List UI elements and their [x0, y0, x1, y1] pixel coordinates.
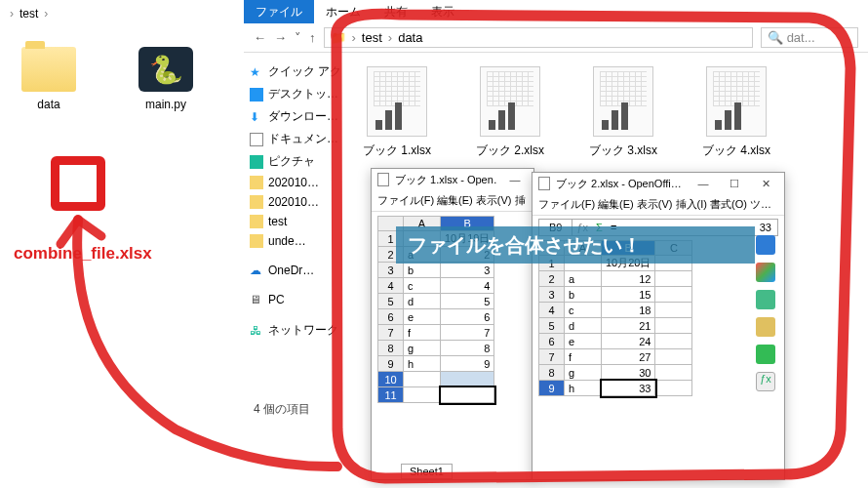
file-label: data [37, 98, 59, 111]
chevron-icon: › [44, 7, 48, 20]
tool-icon[interactable] [756, 345, 775, 364]
xlsx-file[interactable]: ブック 4.xlsx [693, 66, 779, 159]
document-icon [377, 173, 389, 186]
folder-icon [250, 176, 263, 189]
nav-bar: ← → ˅ ↑ 📁 › test › data 🔍 dat... [244, 23, 868, 53]
annotation-banner: ファイルを合体させたい！ [396, 226, 755, 264]
xlsx-icon [706, 66, 767, 137]
ribbon: ファイル ホーム 共有 表示 [244, 0, 868, 23]
sidebar-item[interactable]: ⬇ダウンロー… [250, 105, 340, 128]
cloud-icon: ☁ [250, 264, 263, 277]
sidebar-onedrive[interactable]: ☁OneDr… [250, 261, 340, 280]
sidebar-item[interactable]: test [250, 212, 340, 231]
sidebar-network[interactable]: 🖧ネットワーク [250, 319, 340, 342]
title-bar[interactable]: ブック 1.xlsx - Open… — [372, 169, 533, 190]
xlsx-file[interactable]: ブック 3.xlsx [580, 66, 666, 159]
spreadsheet-window-1: ブック 1.xlsx - Open… — ファイル(F) 編集(E) 表示(V)… [371, 168, 534, 480]
search-input[interactable]: 🔍 dat... [761, 27, 858, 48]
crumb-item[interactable]: test [20, 7, 38, 20]
ribbon-tab-view[interactable]: 表示 [419, 0, 466, 23]
sidebar: ★クイック アクセ… デスクトッ… ⬇ダウンロー… ドキュメン… ピクチャ 20… [244, 53, 346, 488]
desktop-icon [250, 88, 263, 102]
ribbon-tab-share[interactable]: 共有 [373, 0, 419, 23]
folder-item[interactable]: data [10, 47, 88, 111]
title-bar[interactable]: ブック 2.xlsx - OpenOffi… — ☐ ✕ [533, 173, 784, 194]
pc-icon: 🖥 [250, 293, 263, 306]
sidebar-item[interactable]: ピクチャ [250, 150, 340, 173]
ribbon-tab-file[interactable]: ファイル [244, 0, 314, 23]
search-icon: 🔍 [768, 30, 783, 45]
sidebar-pc[interactable]: 🖥PC [250, 290, 340, 309]
up-button[interactable]: ↑ [309, 30, 316, 45]
history-button[interactable]: ˅ [295, 30, 301, 45]
window-title: ブック 2.xlsx - OpenOffi… [556, 177, 685, 191]
file-grid: data 🐍 main.py [0, 27, 244, 131]
file-label: ブック 2.xlsx [476, 143, 544, 157]
minimize-button[interactable]: — [690, 178, 716, 189]
status-bar: 4 個の項目 [244, 397, 320, 422]
spreadsheet-window-2: ブック 2.xlsx - OpenOffi… — ☐ ✕ ファイル(F) 編集(… [532, 172, 785, 480]
folder-icon [21, 47, 76, 92]
close-button[interactable]: ✕ [753, 178, 778, 190]
path-seg[interactable]: data [398, 30, 422, 45]
sidebar-item[interactable]: デスクトッ… [250, 83, 340, 105]
file-label: ブック 4.xlsx [702, 143, 770, 157]
xlsx-icon [480, 66, 540, 137]
tool-icon[interactable] [756, 317, 775, 337]
sidebar-item[interactable]: unde… [250, 231, 340, 251]
sheet-tab[interactable]: Sheet1 [401, 464, 453, 479]
python-icon: 🐍 [138, 47, 193, 92]
file-label: ブック 1.xlsx [363, 143, 431, 157]
sidebar-item[interactable]: 202010… [250, 192, 340, 212]
menu-bar[interactable]: ファイル(F) 編集(E) 表示(V) 挿入(I) 書式(O) ツ… [533, 194, 784, 216]
sidebar-quick-access[interactable]: ★クイック アクセ… [250, 61, 340, 83]
annotation-label: combine_file.xlsx [14, 244, 152, 264]
sheet-tabs[interactable]: Sheet1 [401, 466, 453, 477]
chevron-icon: › [10, 7, 14, 20]
spreadsheet-grid[interactable]: ABC 110月20日 2a12 3b15 4c18 5d21 6e24 7f2… [538, 240, 692, 396]
ribbon-tab-home[interactable]: ホーム [314, 0, 373, 23]
network-icon: 🖧 [250, 324, 263, 338]
sidebar-item[interactable]: 202010… [250, 173, 340, 192]
xlsx-file[interactable]: ブック 2.xlsx [467, 66, 553, 159]
xlsx-icon [367, 66, 427, 137]
tool-icon[interactable] [756, 235, 775, 255]
back-button[interactable]: ← [254, 30, 266, 45]
document-icon [538, 177, 550, 190]
xlsx-file[interactable]: ブック 1.xlsx [354, 66, 440, 159]
python-file-item[interactable]: 🐍 main.py [127, 47, 205, 111]
maximize-button[interactable]: ☐ [722, 178, 747, 190]
folder-icon: 📁 [331, 30, 346, 45]
breadcrumb[interactable]: › test › [0, 0, 244, 27]
menu-bar[interactable]: ファイル(F) 編集(E) 表示(V) 挿 [372, 190, 533, 212]
document-icon [250, 133, 263, 146]
file-label: main.py [145, 98, 186, 111]
folder-icon [250, 234, 263, 248]
xlsx-icon [593, 66, 653, 137]
star-icon: ★ [250, 65, 263, 79]
tool-icon[interactable] [756, 290, 775, 309]
pictures-icon [250, 155, 263, 169]
folder-icon [250, 215, 263, 228]
annotation-box [51, 156, 105, 211]
fx-tool-icon[interactable]: ƒx [756, 372, 775, 391]
window-title: ブック 1.xlsx - Open… [395, 173, 496, 187]
download-icon: ⬇ [250, 110, 263, 124]
file-label: ブック 3.xlsx [589, 143, 657, 157]
folder-icon [250, 195, 263, 209]
sidebar-item[interactable]: ドキュメン… [250, 128, 340, 150]
side-toolbar: ƒx [753, 235, 778, 391]
path-seg[interactable]: test [362, 30, 382, 45]
tool-icon[interactable] [756, 263, 775, 282]
address-bar[interactable]: 📁 › test › data [324, 27, 754, 48]
forward-button[interactable]: → [274, 30, 287, 45]
minimize-button[interactable]: — [502, 174, 528, 185]
